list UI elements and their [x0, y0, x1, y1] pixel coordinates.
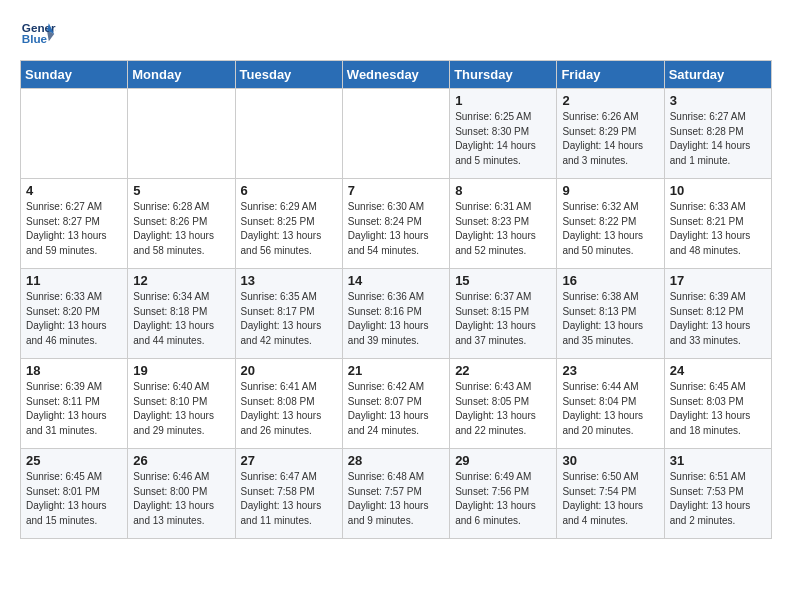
day-number: 18: [26, 363, 122, 378]
day-number: 13: [241, 273, 337, 288]
day-number: 5: [133, 183, 229, 198]
day-info: Sunrise: 6:37 AMSunset: 8:15 PMDaylight:…: [455, 290, 551, 348]
day-info: Sunrise: 6:32 AMSunset: 8:22 PMDaylight:…: [562, 200, 658, 258]
logo-icon: General Blue: [20, 16, 56, 52]
day-cell: 13Sunrise: 6:35 AMSunset: 8:17 PMDayligh…: [235, 269, 342, 359]
day-cell: 4Sunrise: 6:27 AMSunset: 8:27 PMDaylight…: [21, 179, 128, 269]
day-number: 9: [562, 183, 658, 198]
day-number: 26: [133, 453, 229, 468]
day-cell: 19Sunrise: 6:40 AMSunset: 8:10 PMDayligh…: [128, 359, 235, 449]
day-number: 16: [562, 273, 658, 288]
day-info: Sunrise: 6:30 AMSunset: 8:24 PMDaylight:…: [348, 200, 444, 258]
col-header-wednesday: Wednesday: [342, 61, 449, 89]
day-cell: [128, 89, 235, 179]
day-cell: 8Sunrise: 6:31 AMSunset: 8:23 PMDaylight…: [450, 179, 557, 269]
day-cell: 20Sunrise: 6:41 AMSunset: 8:08 PMDayligh…: [235, 359, 342, 449]
day-number: 22: [455, 363, 551, 378]
day-number: 14: [348, 273, 444, 288]
day-info: Sunrise: 6:47 AMSunset: 7:58 PMDaylight:…: [241, 470, 337, 528]
day-info: Sunrise: 6:35 AMSunset: 8:17 PMDaylight:…: [241, 290, 337, 348]
day-cell: [21, 89, 128, 179]
day-info: Sunrise: 6:34 AMSunset: 8:18 PMDaylight:…: [133, 290, 229, 348]
day-number: 2: [562, 93, 658, 108]
day-info: Sunrise: 6:27 AMSunset: 8:27 PMDaylight:…: [26, 200, 122, 258]
day-info: Sunrise: 6:31 AMSunset: 8:23 PMDaylight:…: [455, 200, 551, 258]
col-header-sunday: Sunday: [21, 61, 128, 89]
day-cell: 25Sunrise: 6:45 AMSunset: 8:01 PMDayligh…: [21, 449, 128, 539]
day-cell: 6Sunrise: 6:29 AMSunset: 8:25 PMDaylight…: [235, 179, 342, 269]
col-header-saturday: Saturday: [664, 61, 771, 89]
day-number: 10: [670, 183, 766, 198]
day-cell: 18Sunrise: 6:39 AMSunset: 8:11 PMDayligh…: [21, 359, 128, 449]
day-info: Sunrise: 6:45 AMSunset: 8:01 PMDaylight:…: [26, 470, 122, 528]
day-number: 23: [562, 363, 658, 378]
week-row-1: 1Sunrise: 6:25 AMSunset: 8:30 PMDaylight…: [21, 89, 772, 179]
day-cell: 15Sunrise: 6:37 AMSunset: 8:15 PMDayligh…: [450, 269, 557, 359]
day-cell: [235, 89, 342, 179]
day-number: 6: [241, 183, 337, 198]
day-info: Sunrise: 6:45 AMSunset: 8:03 PMDaylight:…: [670, 380, 766, 438]
day-cell: 3Sunrise: 6:27 AMSunset: 8:28 PMDaylight…: [664, 89, 771, 179]
day-cell: 23Sunrise: 6:44 AMSunset: 8:04 PMDayligh…: [557, 359, 664, 449]
day-number: 29: [455, 453, 551, 468]
day-info: Sunrise: 6:43 AMSunset: 8:05 PMDaylight:…: [455, 380, 551, 438]
day-info: Sunrise: 6:29 AMSunset: 8:25 PMDaylight:…: [241, 200, 337, 258]
day-info: Sunrise: 6:42 AMSunset: 8:07 PMDaylight:…: [348, 380, 444, 438]
day-number: 25: [26, 453, 122, 468]
logo: General Blue: [20, 16, 56, 52]
col-header-friday: Friday: [557, 61, 664, 89]
day-cell: 9Sunrise: 6:32 AMSunset: 8:22 PMDaylight…: [557, 179, 664, 269]
day-cell: 21Sunrise: 6:42 AMSunset: 8:07 PMDayligh…: [342, 359, 449, 449]
day-cell: 16Sunrise: 6:38 AMSunset: 8:13 PMDayligh…: [557, 269, 664, 359]
day-cell: 31Sunrise: 6:51 AMSunset: 7:53 PMDayligh…: [664, 449, 771, 539]
day-cell: 12Sunrise: 6:34 AMSunset: 8:18 PMDayligh…: [128, 269, 235, 359]
day-info: Sunrise: 6:28 AMSunset: 8:26 PMDaylight:…: [133, 200, 229, 258]
calendar-header-row: SundayMondayTuesdayWednesdayThursdayFrid…: [21, 61, 772, 89]
day-number: 24: [670, 363, 766, 378]
calendar-table: SundayMondayTuesdayWednesdayThursdayFrid…: [20, 60, 772, 539]
day-info: Sunrise: 6:50 AMSunset: 7:54 PMDaylight:…: [562, 470, 658, 528]
day-info: Sunrise: 6:46 AMSunset: 8:00 PMDaylight:…: [133, 470, 229, 528]
day-number: 11: [26, 273, 122, 288]
col-header-tuesday: Tuesday: [235, 61, 342, 89]
day-info: Sunrise: 6:36 AMSunset: 8:16 PMDaylight:…: [348, 290, 444, 348]
day-info: Sunrise: 6:33 AMSunset: 8:21 PMDaylight:…: [670, 200, 766, 258]
day-cell: 22Sunrise: 6:43 AMSunset: 8:05 PMDayligh…: [450, 359, 557, 449]
day-number: 3: [670, 93, 766, 108]
day-number: 19: [133, 363, 229, 378]
day-info: Sunrise: 6:48 AMSunset: 7:57 PMDaylight:…: [348, 470, 444, 528]
day-number: 17: [670, 273, 766, 288]
day-cell: 5Sunrise: 6:28 AMSunset: 8:26 PMDaylight…: [128, 179, 235, 269]
day-cell: 2Sunrise: 6:26 AMSunset: 8:29 PMDaylight…: [557, 89, 664, 179]
day-info: Sunrise: 6:41 AMSunset: 8:08 PMDaylight:…: [241, 380, 337, 438]
svg-text:Blue: Blue: [22, 32, 48, 45]
day-number: 12: [133, 273, 229, 288]
col-header-monday: Monday: [128, 61, 235, 89]
day-info: Sunrise: 6:39 AMSunset: 8:12 PMDaylight:…: [670, 290, 766, 348]
day-cell: 1Sunrise: 6:25 AMSunset: 8:30 PMDaylight…: [450, 89, 557, 179]
day-info: Sunrise: 6:49 AMSunset: 7:56 PMDaylight:…: [455, 470, 551, 528]
day-cell: 28Sunrise: 6:48 AMSunset: 7:57 PMDayligh…: [342, 449, 449, 539]
day-info: Sunrise: 6:27 AMSunset: 8:28 PMDaylight:…: [670, 110, 766, 168]
day-cell: 11Sunrise: 6:33 AMSunset: 8:20 PMDayligh…: [21, 269, 128, 359]
week-row-2: 4Sunrise: 6:27 AMSunset: 8:27 PMDaylight…: [21, 179, 772, 269]
week-row-3: 11Sunrise: 6:33 AMSunset: 8:20 PMDayligh…: [21, 269, 772, 359]
day-number: 4: [26, 183, 122, 198]
day-number: 31: [670, 453, 766, 468]
day-info: Sunrise: 6:40 AMSunset: 8:10 PMDaylight:…: [133, 380, 229, 438]
page-header: General Blue: [20, 16, 772, 52]
day-cell: 29Sunrise: 6:49 AMSunset: 7:56 PMDayligh…: [450, 449, 557, 539]
day-info: Sunrise: 6:44 AMSunset: 8:04 PMDaylight:…: [562, 380, 658, 438]
day-cell: 10Sunrise: 6:33 AMSunset: 8:21 PMDayligh…: [664, 179, 771, 269]
day-cell: 14Sunrise: 6:36 AMSunset: 8:16 PMDayligh…: [342, 269, 449, 359]
day-info: Sunrise: 6:33 AMSunset: 8:20 PMDaylight:…: [26, 290, 122, 348]
week-row-5: 25Sunrise: 6:45 AMSunset: 8:01 PMDayligh…: [21, 449, 772, 539]
day-number: 7: [348, 183, 444, 198]
day-number: 27: [241, 453, 337, 468]
day-info: Sunrise: 6:25 AMSunset: 8:30 PMDaylight:…: [455, 110, 551, 168]
day-number: 15: [455, 273, 551, 288]
day-number: 28: [348, 453, 444, 468]
day-info: Sunrise: 6:39 AMSunset: 8:11 PMDaylight:…: [26, 380, 122, 438]
day-cell: 7Sunrise: 6:30 AMSunset: 8:24 PMDaylight…: [342, 179, 449, 269]
week-row-4: 18Sunrise: 6:39 AMSunset: 8:11 PMDayligh…: [21, 359, 772, 449]
